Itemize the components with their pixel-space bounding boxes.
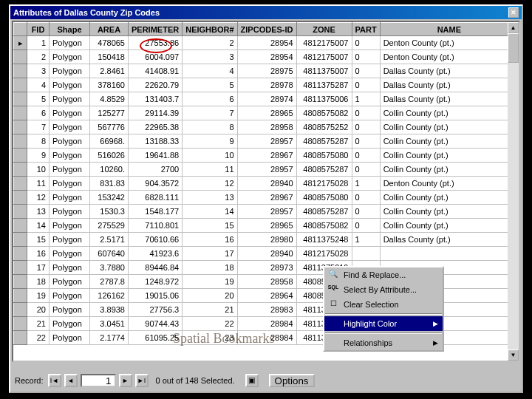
menu-highlight-color[interactable]: Highlight Color ▶	[324, 316, 443, 331]
cell[interactable]: 15	[183, 219, 237, 233]
cell[interactable]: Polygon	[50, 149, 90, 163]
cell[interactable]: 4811375287	[296, 78, 352, 92]
show-selected-button[interactable]: ▣	[245, 374, 259, 387]
menu-relationships[interactable]: Relationships ▶	[324, 335, 443, 350]
cell[interactable]: 516026	[90, 149, 129, 163]
column-header[interactable]: NEIGHBOR#	[183, 23, 237, 36]
cell[interactable]: 4812175007	[296, 50, 352, 64]
row-selector[interactable]	[14, 317, 27, 331]
cell[interactable]: Dallas County (pt.)	[380, 64, 518, 78]
cell[interactable]: Polygon	[50, 163, 90, 177]
cell[interactable]: Polygon	[50, 92, 90, 106]
cell[interactable]: 22620.79	[129, 78, 183, 92]
cell[interactable]: 17	[27, 261, 50, 275]
cell[interactable]: 14	[183, 205, 237, 219]
cell[interactable]: 378160	[90, 78, 129, 92]
cell[interactable]: 9	[27, 149, 50, 163]
row-selector[interactable]	[14, 106, 27, 120]
row-selector[interactable]	[14, 78, 27, 92]
cell[interactable]	[352, 247, 380, 261]
cell[interactable]: Collin County (pt.)	[380, 134, 518, 149]
row-selector[interactable]	[14, 331, 27, 345]
cell[interactable]: 0	[352, 36, 380, 50]
cell[interactable]: 2	[27, 50, 50, 64]
cell[interactable]: Denton County (pt.)	[380, 36, 518, 50]
cell[interactable]: 8	[183, 120, 237, 134]
cell[interactable]: Polygon	[50, 120, 90, 134]
cell[interactable]: Collin County (pt.)	[380, 106, 518, 120]
cell[interactable]: 150418	[90, 50, 129, 64]
cell[interactable]: 28957	[237, 134, 296, 149]
column-header[interactable]: ZIPCODES-ID	[237, 23, 296, 36]
cell[interactable]: 0	[352, 64, 380, 78]
cell[interactable]: Polygon	[50, 205, 90, 219]
cell[interactable]: Collin County (pt.)	[380, 149, 518, 163]
table-row[interactable]: 12Polygon1532426828.11113289674808575080…	[14, 191, 519, 205]
cell[interactable]: 28984	[237, 317, 296, 331]
cell[interactable]: 28964	[237, 289, 296, 303]
cell[interactable]: 28954	[237, 36, 296, 50]
cell[interactable]: 28983	[237, 303, 296, 317]
cell[interactable]: 0	[352, 120, 380, 134]
cell[interactable]: Collin County (pt.)	[380, 191, 518, 205]
cell[interactable]: Dallas County (pt.)	[380, 78, 518, 92]
table-row[interactable]: 8Polygon66968.13188.3392895748085752870C…	[14, 134, 519, 149]
cell[interactable]: 19641.88	[129, 149, 183, 163]
cell[interactable]: 126162	[90, 289, 129, 303]
table-row[interactable]: 6Polygon12527729114.3972896548085750820C…	[14, 106, 519, 120]
cell[interactable]: Polygon	[50, 50, 90, 64]
cell[interactable]: 28973	[237, 261, 296, 275]
cell[interactable]: 7110.801	[129, 219, 183, 233]
cell[interactable]: 23	[183, 331, 237, 345]
cell[interactable]: 4808575287	[296, 205, 352, 219]
cell[interactable]: Denton County (pt.)	[380, 177, 518, 191]
cell[interactable]: 4808575287	[296, 163, 352, 177]
row-selector[interactable]	[14, 205, 27, 219]
cell[interactable]: 11	[27, 177, 50, 191]
cell[interactable]: 16	[183, 233, 237, 247]
cell[interactable]: 61095.25	[129, 331, 183, 345]
cell[interactable]: 66968.	[90, 134, 129, 149]
cell[interactable]: 10260.	[90, 163, 129, 177]
cell[interactable]: Polygon	[50, 289, 90, 303]
cell[interactable]: Polygon	[50, 331, 90, 345]
cell[interactable]: 1	[352, 92, 380, 106]
cell[interactable]: 1	[352, 177, 380, 191]
cell[interactable]: 4811375248	[296, 233, 352, 247]
cell[interactable]: 4811375006	[296, 92, 352, 106]
row-selector[interactable]: ▸	[14, 36, 27, 50]
cell[interactable]: 22	[183, 317, 237, 331]
cell[interactable]: 10	[27, 163, 50, 177]
row-selector[interactable]	[14, 289, 27, 303]
scroll-thumb[interactable]	[508, 33, 519, 63]
row-selector[interactable]	[14, 177, 27, 191]
row-selector[interactable]	[14, 92, 27, 106]
column-header[interactable]: PART	[352, 23, 380, 36]
cell[interactable]: 2700	[129, 163, 183, 177]
cell[interactable]: 14	[27, 219, 50, 233]
cell[interactable]: 0	[352, 149, 380, 163]
row-selector[interactable]	[14, 233, 27, 247]
cell[interactable]: 5	[27, 92, 50, 106]
cell[interactable]: 7	[27, 120, 50, 134]
table-row[interactable]: 11Polygon831.83904.357212289404812175028…	[14, 177, 519, 191]
cell[interactable]: 13188.33	[129, 134, 183, 149]
column-header[interactable]: PERIMETER	[129, 23, 183, 36]
cell[interactable]: 12	[27, 191, 50, 205]
cell[interactable]: 70610.66	[129, 233, 183, 247]
cell[interactable]: 20	[27, 303, 50, 317]
row-selector[interactable]	[14, 50, 27, 64]
cell[interactable]: 2.5171	[90, 233, 129, 247]
column-header[interactable]: AREA	[90, 23, 129, 36]
cell[interactable]: 3.7880	[90, 261, 129, 275]
options-button[interactable]: Options	[269, 374, 315, 387]
cell[interactable]: 1530.3	[90, 205, 129, 219]
row-selector[interactable]	[14, 275, 27, 289]
scroll-down-button[interactable]: ▼	[508, 349, 519, 361]
cell[interactable]: 4812175028	[296, 247, 352, 261]
cell[interactable]: Collin County (pt.)	[380, 205, 518, 219]
cell[interactable]: 2.1774	[90, 331, 129, 345]
cell[interactable]: 2.8461	[90, 64, 129, 78]
cell[interactable]: 0	[352, 219, 380, 233]
table-row[interactable]: 14Polygon2755297110.80115289654808575082…	[14, 219, 519, 233]
